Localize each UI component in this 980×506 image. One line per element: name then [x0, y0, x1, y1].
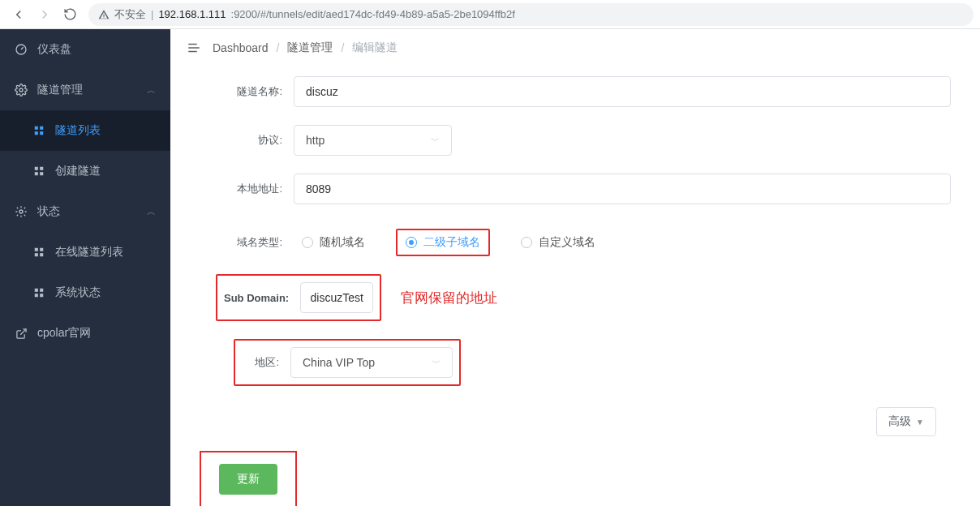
grid-icon: [32, 287, 45, 298]
radio-icon: [521, 237, 532, 248]
sidebar: 仪表盘 隧道管理 ︿ 隧道列表 创建隧道: [0, 29, 170, 506]
chevron-down-icon: ﹀: [432, 357, 441, 369]
gear-icon: [15, 205, 28, 218]
sidebar-label: 系统状态: [55, 285, 101, 300]
protocol-label: 协议:: [200, 133, 294, 148]
sidebar-item-dashboard[interactable]: 仪表盘: [0, 29, 170, 70]
svg-rect-11: [35, 248, 38, 251]
gauge-icon: [15, 43, 28, 56]
forward-icon[interactable]: [37, 7, 52, 22]
subdomain-label: Sub Domain:: [224, 292, 300, 304]
breadcrumb-edit-tunnel: 编辑隧道: [352, 41, 398, 55]
url-path: :9200/#/tunnels/edit/aed174dc-fd49-4b89-…: [231, 8, 515, 20]
svg-rect-6: [35, 167, 38, 170]
grid-icon: [32, 125, 45, 136]
sidebar-label: cpolar官网: [37, 326, 91, 341]
svg-rect-2: [35, 126, 38, 130]
gear-icon: [15, 84, 28, 96]
menu-toggle-icon[interactable]: [187, 41, 201, 55]
sidebar-label: 在线隧道列表: [55, 245, 123, 259]
subdomain-input[interactable]: discuzTest: [300, 282, 373, 313]
topbar: Dashboard / 隧道管理 / 编辑隧道: [170, 29, 980, 66]
url-host: 192.168.1.111: [158, 8, 226, 20]
sidebar-item-tunnel-create[interactable]: 创建隧道: [0, 151, 170, 191]
caret-down-icon: ▼: [916, 418, 924, 427]
svg-rect-13: [35, 253, 38, 256]
svg-line-19: [20, 328, 26, 334]
svg-rect-16: [40, 289, 43, 292]
radio-custom-domain[interactable]: 自定义域名: [513, 229, 604, 256]
chevron-up-icon: ︿: [147, 206, 156, 218]
breadcrumb: Dashboard / 隧道管理 / 编辑隧道: [213, 41, 398, 55]
external-link-icon: [15, 328, 28, 340]
region-box: 地区: China VIP Top ﹀: [234, 339, 461, 386]
annotation-text: 官网保留的地址: [401, 289, 497, 307]
radio-random-domain[interactable]: 随机域名: [294, 229, 373, 256]
grid-icon: [32, 247, 45, 258]
browser-toolbar: 不安全 | 192.168.1.111:9200/#/tunnels/edit/…: [0, 0, 980, 29]
insecure-icon: [98, 9, 110, 20]
advanced-button[interactable]: 高级 ▼: [876, 407, 936, 436]
region-label: 地区:: [242, 355, 290, 370]
svg-rect-12: [40, 248, 43, 251]
back-icon[interactable]: [11, 7, 26, 22]
reload-icon[interactable]: [63, 7, 77, 21]
sidebar-label: 隧道管理: [37, 83, 83, 97]
url-bar[interactable]: 不安全 | 192.168.1.111:9200/#/tunnels/edit/…: [88, 3, 974, 26]
svg-rect-4: [35, 131, 38, 135]
sidebar-label: 创建隧道: [55, 164, 101, 178]
breadcrumb-dashboard[interactable]: Dashboard: [213, 41, 269, 54]
svg-point-1: [19, 88, 23, 92]
svg-rect-17: [35, 294, 38, 297]
svg-rect-9: [40, 172, 43, 175]
tunnel-name-label: 隧道名称:: [200, 84, 294, 99]
radio-icon: [302, 237, 313, 248]
sidebar-item-online-list[interactable]: 在线隧道列表: [0, 232, 170, 272]
domain-type-label: 域名类型:: [200, 235, 294, 250]
sidebar-item-sys-status[interactable]: 系统状态: [0, 272, 170, 313]
chevron-up-icon: ︿: [147, 84, 156, 96]
radio-sub-domain[interactable]: 二级子域名: [396, 229, 490, 256]
chevron-down-icon: ﹀: [431, 135, 440, 147]
insecure-label: 不安全: [114, 7, 146, 22]
svg-rect-18: [40, 294, 43, 297]
svg-rect-8: [35, 172, 38, 175]
local-addr-input[interactable]: 8089: [294, 174, 951, 204]
svg-rect-5: [40, 131, 43, 135]
tunnel-name-input[interactable]: discuz: [294, 76, 951, 107]
sidebar-item-tunnel-mgmt[interactable]: 隧道管理 ︿: [0, 70, 170, 110]
main-content: Dashboard / 隧道管理 / 编辑隧道 隧道名称: discuz 协议:…: [170, 29, 980, 506]
sidebar-label: 仪表盘: [37, 42, 71, 57]
submit-box: 更新: [200, 451, 297, 506]
subdomain-box: Sub Domain: discuzTest: [216, 274, 381, 321]
sidebar-item-cpolar[interactable]: cpolar官网: [0, 313, 170, 354]
svg-rect-3: [40, 126, 43, 130]
grid-icon: [32, 165, 45, 177]
sidebar-label: 隧道列表: [55, 123, 101, 138]
region-select[interactable]: China VIP Top ﹀: [290, 347, 453, 378]
sidebar-item-status[interactable]: 状态 ︿: [0, 191, 170, 232]
breadcrumb-tunnel-mgmt[interactable]: 隧道管理: [287, 41, 333, 55]
svg-rect-7: [40, 167, 43, 170]
local-addr-label: 本地地址:: [200, 182, 294, 196]
sidebar-label: 状态: [37, 204, 60, 219]
svg-point-10: [19, 210, 23, 213]
sidebar-item-tunnel-list[interactable]: 隧道列表: [0, 110, 170, 151]
protocol-select[interactable]: http ﹀: [294, 125, 452, 156]
update-button[interactable]: 更新: [219, 464, 277, 495]
radio-icon: [406, 237, 417, 248]
svg-rect-14: [40, 253, 43, 256]
svg-rect-15: [35, 289, 38, 292]
